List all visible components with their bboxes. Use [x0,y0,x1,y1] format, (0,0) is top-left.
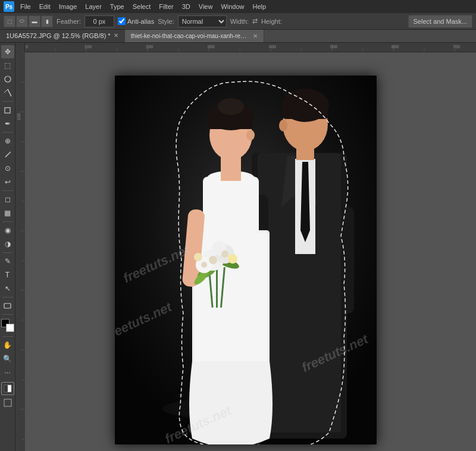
svg-rect-7 [4,385,8,392]
svg-line-4 [5,153,10,157]
tab-label-1: 1U6A5572.JPG @ 12.5% (RGB/8) * [6,32,111,39]
svg-rect-34 [15,52,25,451]
svg-text:400: 400 [269,45,276,49]
svg-text:600: 600 [392,45,399,49]
svg-rect-62 [283,104,328,119]
pen-tool[interactable]: ✎ [1,255,14,268]
tab-1u6a5572[interactable]: 1U6A5572.JPG @ 12.5% (RGB/8) * ✕ [0,30,125,42]
brush-tool[interactable] [1,148,14,161]
marquee-tool[interactable]: ⬚ [1,59,14,72]
menu-edit[interactable]: Edit [36,2,54,11]
extra-tools[interactable]: ··· [1,366,14,379]
rect-marquee-btn[interactable]: ⬚ [4,15,15,27]
svg-line-2 [4,89,8,93]
style-label: Style: [158,18,174,25]
svg-text:300: 300 [208,45,215,49]
svg-rect-69 [203,177,259,236]
zoom-tool[interactable]: 🔍 [1,352,14,365]
ps-logo: Ps [4,1,14,12]
svg-point-91 [228,254,237,264]
swap-icon[interactable]: ⇄ [252,17,258,25]
svg-point-92 [194,253,202,261]
options-bar: ⬚ ⬭ ▬ ▮ Feather: Anti-alias Style: Norma… [0,13,476,30]
svg-rect-79 [216,269,218,308]
photo-canvas: freetuts.net freetuts.net freetuts.net f… [115,76,377,444]
svg-text:700: 700 [453,45,460,49]
blur-tool[interactable]: ◉ [1,224,14,237]
svg-point-5 [10,152,11,153]
width-label: Width: [230,18,249,25]
svg-point-63 [279,120,287,131]
photoshop-icon: Ps [2,0,15,13]
tab-close-1[interactable]: ✕ [114,32,118,39]
anti-alias-label: Anti-alias [118,17,154,25]
svg-point-89 [221,250,228,258]
menu-window[interactable]: Window [217,2,248,11]
svg-text:200: 200 [146,45,153,49]
svg-point-75 [218,98,244,115]
menu-view[interactable]: View [195,2,217,11]
height-label: Height: [261,18,282,25]
single-row-btn[interactable]: ▬ [29,15,40,27]
svg-text:100: 100 [84,45,92,49]
lasso-tool[interactable] [1,73,14,86]
svg-text:0: 0 [26,45,28,49]
magic-wand-tool[interactable] [1,86,14,99]
feather-input[interactable] [84,15,114,27]
dodge-tool[interactable]: ◑ [1,237,14,250]
menu-image[interactable]: Image [55,2,81,11]
anti-alias-checkbox[interactable] [118,17,126,25]
healing-tool[interactable]: ⊕ [1,134,14,148]
menu-layer[interactable]: Layer [82,2,105,11]
gradient-tool[interactable]: ▦ [1,206,14,220]
text-tool[interactable]: T [1,268,14,281]
ellipse-marquee-btn[interactable]: ⬭ [16,15,28,27]
color-swatches[interactable] [1,319,14,332]
svg-point-0 [5,76,11,82]
shape-tool[interactable] [1,299,14,312]
svg-line-1 [8,89,11,96]
path-select-tool[interactable]: ↖ [1,282,14,295]
single-col-btn[interactable]: ▮ [41,15,53,27]
crop-tool[interactable] [1,104,14,117]
tab-close-2[interactable]: ✕ [253,33,258,39]
svg-point-88 [209,256,217,264]
menu-type[interactable]: Type [107,2,128,11]
quick-mask-mode[interactable] [1,382,14,395]
svg-point-90 [201,262,207,268]
eraser-tool[interactable]: ◻ [1,193,14,206]
background-color[interactable] [6,324,14,332]
menu-3d[interactable]: 3D [178,2,194,11]
screen-mode[interactable] [1,396,14,409]
svg-rect-6 [4,303,11,308]
svg-point-76 [246,130,255,140]
tab-bar: 1U6A5572.JPG @ 12.5% (RGB/8) * ✕ thiet-k… [0,30,476,43]
svg-rect-10 [25,43,476,52]
svg-rect-3 [5,108,10,113]
vertical-ruler: 100 [15,43,25,451]
menu-help[interactable]: Help [249,2,270,11]
svg-text:100: 100 [17,113,21,120]
menu-select[interactable]: Select [129,2,155,11]
left-toolbar: ✥ ⬚ ✒ ⊕ ⊙ ↩ ◻ ▦ ◉ ◑ ✎ T ↖ [0,43,15,451]
eyedropper-tool[interactable]: ✒ [1,117,14,130]
tab-label-2: thiet-ke-noi-that-cao-cap-voi-mau-xanh-r… [131,33,250,39]
svg-rect-8 [8,385,11,392]
menu-bar: Ps File Edit Image Layer Type Select Fil… [0,0,476,13]
menu-filter[interactable]: Filter [155,2,177,11]
style-select[interactable]: Normal Fixed Ratio Fixed Size [178,15,227,27]
svg-rect-9 [4,399,11,406]
horizontal-ruler: 0 100 200 300 400 500 600 700 [15,43,476,52]
menu-file[interactable]: File [17,2,35,11]
selection-shape-group: ⬚ ⬭ ▬ ▮ [4,15,53,27]
clone-tool[interactable]: ⊙ [1,162,14,175]
main-area: ✥ ⬚ ✒ ⊕ ⊙ ↩ ◻ ▦ ◉ ◑ ✎ T ↖ [0,43,476,451]
feather-label: Feather: [57,18,81,25]
canvas-area[interactable]: 0 100 200 300 400 500 600 700 [15,43,476,451]
tab-background[interactable]: thiet-ke-noi-that-cao-cap-voi-mau-xanh-r… [125,30,264,42]
svg-text:500: 500 [330,45,337,49]
hand-tool[interactable]: ✋ [1,339,14,352]
move-tool[interactable]: ✥ [1,45,14,58]
history-brush-tool[interactable]: ↩ [1,176,14,189]
select-mask-button[interactable]: Select and Mask... [408,15,473,28]
